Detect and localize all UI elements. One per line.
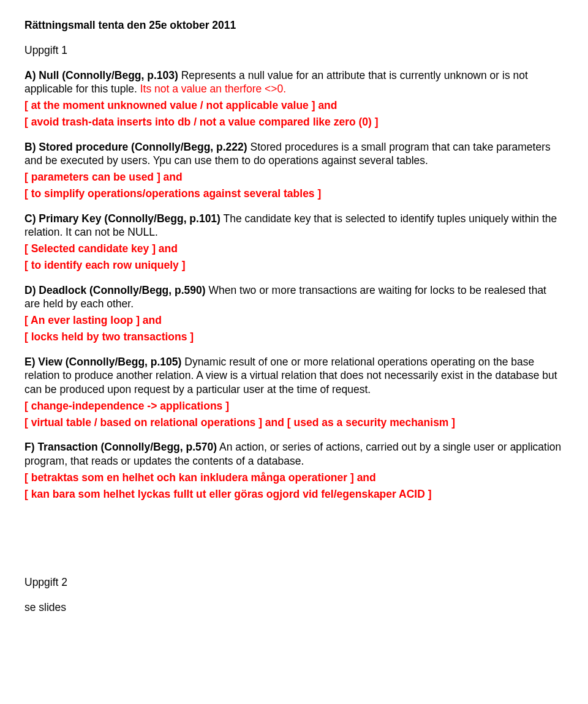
section-c: C) Primary Key (Connolly/Begg, p.101) Th… [24, 212, 564, 272]
item-b-note-1: [ parameters can be used ] and [24, 170, 564, 184]
see-slides: se slides [24, 601, 564, 615]
item-f-note-1: [ betraktas som en helhet och kan inklud… [24, 471, 564, 485]
item-e-note-2: [ virtual table / based on relational op… [24, 416, 564, 430]
section-a: A) Null (Connolly/Begg, p.103) Represent… [24, 69, 564, 129]
item-a-extra: Its not a value an therfore <>0. [140, 83, 286, 95]
item-f-text: F) Transaction (Connolly/Begg, p.570) An… [24, 440, 564, 468]
spacer [24, 526, 564, 575]
item-c-lead: C) Primary Key (Connolly/Begg, p.101) [24, 212, 221, 225]
section-e: E) View (Connolly/Begg, p.105) Dynamic r… [24, 355, 564, 430]
page-title: Rättningsmall tenta den 25e oktober 2011 [24, 18, 564, 32]
item-c-note-1: [ Selected candidate key ] and [24, 242, 564, 256]
item-f-lead: F) Transaction (Connolly/Begg, p.570) [24, 441, 217, 453]
section-d: D) Deadlock (Connolly/Begg, p.590) When … [24, 283, 564, 344]
item-e-lead: E) View (Connolly/Begg, p.105) [24, 356, 181, 368]
section-f: F) Transaction (Connolly/Begg, p.570) An… [24, 440, 564, 501]
item-a-note-2: [ avoid trash-data inserts into db / not… [24, 115, 564, 129]
item-d-note-2: [ locks held by two transactions ] [24, 330, 564, 344]
task-1-heading: Uppgift 1 [24, 43, 564, 58]
item-b-lead: B) Stored procedure (Connolly/Begg, p.22… [24, 141, 247, 153]
section-b: B) Stored procedure (Connolly/Begg, p.22… [24, 140, 564, 201]
item-e-text: E) View (Connolly/Begg, p.105) Dynamic r… [24, 355, 564, 397]
item-a-text: A) Null (Connolly/Begg, p.103) Represent… [24, 69, 564, 97]
item-d-text: D) Deadlock (Connolly/Begg, p.590) When … [24, 283, 564, 312]
item-c-text: C) Primary Key (Connolly/Begg, p.101) Th… [24, 212, 564, 240]
item-c-note-2: [ to identify each row uniquely ] [24, 258, 564, 272]
item-b-note-2: [ to simplify operations/operations agai… [24, 187, 564, 201]
item-b-text: B) Stored procedure (Connolly/Begg, p.22… [24, 140, 564, 168]
item-f-note-2: [ kan bara som helhet lyckas fullt ut el… [24, 487, 564, 501]
task-2-heading: Uppgift 2 [24, 575, 564, 590]
item-e-note-1: [ change-independence -> applications ] [24, 399, 564, 413]
item-d-note-1: [ An ever lasting loop ] and [24, 313, 564, 328]
item-a-lead: A) Null (Connolly/Begg, p.103) [24, 69, 178, 81]
item-a-note-1: [ at the moment unknowned value / not ap… [24, 99, 564, 113]
item-d-lead: D) Deadlock (Connolly/Begg, p.590) [24, 284, 206, 296]
